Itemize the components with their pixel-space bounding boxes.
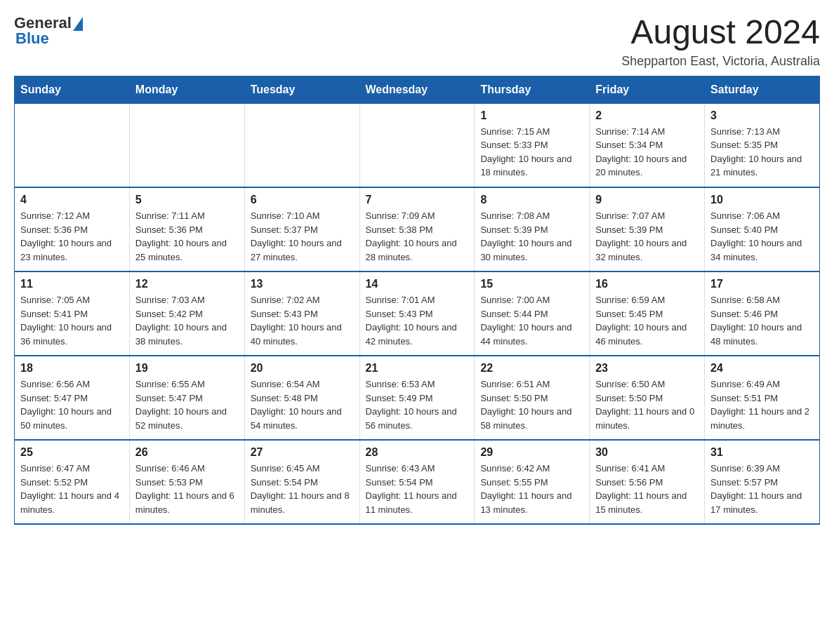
- col-header-thursday: Thursday: [475, 76, 590, 103]
- day-number: 23: [595, 362, 699, 375]
- day-number: 1: [480, 109, 583, 122]
- day-cell: 12Sunrise: 7:03 AM Sunset: 5:42 PM Dayli…: [129, 271, 244, 356]
- day-info: Sunrise: 7:12 AM Sunset: 5:36 PM Dayligh…: [20, 209, 124, 264]
- day-number: 24: [710, 362, 814, 375]
- day-cell: 7Sunrise: 7:09 AM Sunset: 5:38 PM Daylig…: [359, 187, 475, 271]
- day-number: 18: [20, 362, 124, 375]
- day-cell: 16Sunrise: 6:59 AM Sunset: 5:45 PM Dayli…: [590, 271, 705, 356]
- col-header-saturday: Saturday: [705, 76, 820, 103]
- day-info: Sunrise: 6:58 AM Sunset: 5:46 PM Dayligh…: [710, 293, 814, 348]
- week-row-1: 1Sunrise: 7:15 AM Sunset: 5:33 PM Daylig…: [15, 103, 820, 187]
- day-info: Sunrise: 6:42 AM Sunset: 5:55 PM Dayligh…: [480, 462, 583, 516]
- day-info: Sunrise: 6:43 AM Sunset: 5:54 PM Dayligh…: [366, 462, 469, 516]
- day-cell: 15Sunrise: 7:00 AM Sunset: 5:44 PM Dayli…: [475, 271, 590, 356]
- day-cell: [359, 103, 475, 187]
- col-header-sunday: Sunday: [15, 76, 130, 103]
- day-cell: 4Sunrise: 7:12 AM Sunset: 5:36 PM Daylig…: [15, 187, 130, 271]
- day-info: Sunrise: 7:06 AM Sunset: 5:40 PM Dayligh…: [710, 209, 814, 264]
- day-number: 19: [135, 362, 239, 375]
- day-info: Sunrise: 6:41 AM Sunset: 5:56 PM Dayligh…: [595, 462, 699, 516]
- week-row-2: 4Sunrise: 7:12 AM Sunset: 5:36 PM Daylig…: [15, 187, 820, 271]
- day-info: Sunrise: 7:07 AM Sunset: 5:39 PM Dayligh…: [595, 209, 699, 264]
- day-number: 11: [20, 278, 124, 290]
- day-cell: 27Sunrise: 6:45 AM Sunset: 5:54 PM Dayli…: [244, 440, 359, 524]
- day-number: 22: [480, 362, 583, 375]
- week-row-4: 18Sunrise: 6:56 AM Sunset: 5:47 PM Dayli…: [15, 356, 820, 440]
- day-cell: [129, 103, 244, 187]
- day-cell: 22Sunrise: 6:51 AM Sunset: 5:50 PM Dayli…: [475, 356, 590, 440]
- day-cell: 13Sunrise: 7:02 AM Sunset: 5:43 PM Dayli…: [244, 271, 359, 356]
- day-info: Sunrise: 6:39 AM Sunset: 5:57 PM Dayligh…: [710, 462, 814, 516]
- day-cell: 23Sunrise: 6:50 AM Sunset: 5:50 PM Dayli…: [590, 356, 705, 440]
- day-info: Sunrise: 6:53 AM Sunset: 5:49 PM Dayligh…: [366, 377, 469, 432]
- day-info: Sunrise: 7:13 AM Sunset: 5:35 PM Dayligh…: [710, 125, 814, 180]
- day-info: Sunrise: 6:50 AM Sunset: 5:50 PM Dayligh…: [595, 377, 699, 432]
- day-number: 17: [710, 278, 814, 290]
- day-number: 27: [251, 446, 354, 459]
- day-number: 30: [595, 446, 699, 459]
- day-number: 13: [251, 278, 354, 290]
- calendar-table: SundayMondayTuesdayWednesdayThursdayFrid…: [14, 76, 820, 525]
- day-cell: 31Sunrise: 6:39 AM Sunset: 5:57 PM Dayli…: [705, 440, 820, 524]
- day-info: Sunrise: 6:49 AM Sunset: 5:51 PM Dayligh…: [710, 377, 814, 432]
- day-cell: 30Sunrise: 6:41 AM Sunset: 5:56 PM Dayli…: [590, 440, 705, 524]
- day-cell: 8Sunrise: 7:08 AM Sunset: 5:39 PM Daylig…: [475, 187, 590, 271]
- month-title: August 2024: [621, 14, 820, 51]
- day-info: Sunrise: 7:15 AM Sunset: 5:33 PM Dayligh…: [480, 125, 583, 180]
- day-cell: 19Sunrise: 6:55 AM Sunset: 5:47 PM Dayli…: [129, 356, 244, 440]
- day-info: Sunrise: 7:14 AM Sunset: 5:34 PM Dayligh…: [595, 125, 699, 180]
- day-cell: [244, 103, 359, 187]
- day-number: 20: [251, 362, 354, 375]
- day-info: Sunrise: 7:08 AM Sunset: 5:39 PM Dayligh…: [480, 209, 583, 264]
- day-number: 14: [366, 278, 469, 290]
- day-number: 10: [710, 194, 814, 206]
- day-number: 8: [480, 194, 583, 206]
- day-number: 2: [595, 109, 699, 122]
- day-info: Sunrise: 6:46 AM Sunset: 5:53 PM Dayligh…: [135, 462, 239, 516]
- day-number: 3: [710, 109, 814, 122]
- day-cell: 17Sunrise: 6:58 AM Sunset: 5:46 PM Dayli…: [705, 271, 820, 356]
- day-cell: 5Sunrise: 7:11 AM Sunset: 5:36 PM Daylig…: [129, 187, 244, 271]
- day-cell: [15, 103, 130, 187]
- day-info: Sunrise: 7:03 AM Sunset: 5:42 PM Dayligh…: [135, 293, 239, 348]
- day-info: Sunrise: 7:01 AM Sunset: 5:43 PM Dayligh…: [366, 293, 469, 348]
- day-cell: 29Sunrise: 6:42 AM Sunset: 5:55 PM Dayli…: [475, 440, 590, 524]
- day-info: Sunrise: 7:00 AM Sunset: 5:44 PM Dayligh…: [480, 293, 583, 348]
- day-cell: 11Sunrise: 7:05 AM Sunset: 5:41 PM Dayli…: [15, 271, 130, 356]
- day-cell: 9Sunrise: 7:07 AM Sunset: 5:39 PM Daylig…: [590, 187, 705, 271]
- day-cell: 26Sunrise: 6:46 AM Sunset: 5:53 PM Dayli…: [129, 440, 244, 524]
- location: Shepparton East, Victoria, Australia: [621, 54, 820, 69]
- day-number: 31: [710, 446, 814, 459]
- day-number: 29: [480, 446, 583, 459]
- logo: General Blue: [14, 14, 83, 48]
- day-cell: 3Sunrise: 7:13 AM Sunset: 5:35 PM Daylig…: [705, 103, 820, 187]
- day-cell: 14Sunrise: 7:01 AM Sunset: 5:43 PM Dayli…: [359, 271, 475, 356]
- day-number: 9: [595, 194, 699, 206]
- day-number: 25: [20, 446, 124, 459]
- day-cell: 6Sunrise: 7:10 AM Sunset: 5:37 PM Daylig…: [244, 187, 359, 271]
- day-cell: 21Sunrise: 6:53 AM Sunset: 5:49 PM Dayli…: [359, 356, 475, 440]
- day-info: Sunrise: 7:09 AM Sunset: 5:38 PM Dayligh…: [366, 209, 469, 264]
- day-info: Sunrise: 7:02 AM Sunset: 5:43 PM Dayligh…: [251, 293, 354, 348]
- day-cell: 10Sunrise: 7:06 AM Sunset: 5:40 PM Dayli…: [705, 187, 820, 271]
- day-info: Sunrise: 7:05 AM Sunset: 5:41 PM Dayligh…: [20, 293, 124, 348]
- day-info: Sunrise: 6:59 AM Sunset: 5:45 PM Dayligh…: [595, 293, 699, 348]
- day-info: Sunrise: 6:56 AM Sunset: 5:47 PM Dayligh…: [20, 377, 124, 432]
- day-number: 7: [366, 194, 469, 206]
- title-section: August 2024 Shepparton East, Victoria, A…: [621, 14, 820, 69]
- day-cell: 25Sunrise: 6:47 AM Sunset: 5:52 PM Dayli…: [15, 440, 130, 524]
- day-cell: 20Sunrise: 6:54 AM Sunset: 5:48 PM Dayli…: [244, 356, 359, 440]
- day-cell: 1Sunrise: 7:15 AM Sunset: 5:33 PM Daylig…: [475, 103, 590, 187]
- day-info: Sunrise: 6:55 AM Sunset: 5:47 PM Dayligh…: [135, 377, 239, 432]
- logo-blue: Blue: [15, 29, 49, 48]
- week-row-5: 25Sunrise: 6:47 AM Sunset: 5:52 PM Dayli…: [15, 440, 820, 524]
- day-cell: 28Sunrise: 6:43 AM Sunset: 5:54 PM Dayli…: [359, 440, 475, 524]
- day-info: Sunrise: 6:47 AM Sunset: 5:52 PM Dayligh…: [20, 462, 124, 516]
- col-header-tuesday: Tuesday: [244, 76, 359, 103]
- col-header-monday: Monday: [129, 76, 244, 103]
- page-header: General Blue August 2024 Shepparton East…: [14, 14, 820, 69]
- day-number: 5: [135, 194, 239, 206]
- day-info: Sunrise: 6:54 AM Sunset: 5:48 PM Dayligh…: [251, 377, 354, 432]
- day-cell: 2Sunrise: 7:14 AM Sunset: 5:34 PM Daylig…: [590, 103, 705, 187]
- day-number: 15: [480, 278, 583, 290]
